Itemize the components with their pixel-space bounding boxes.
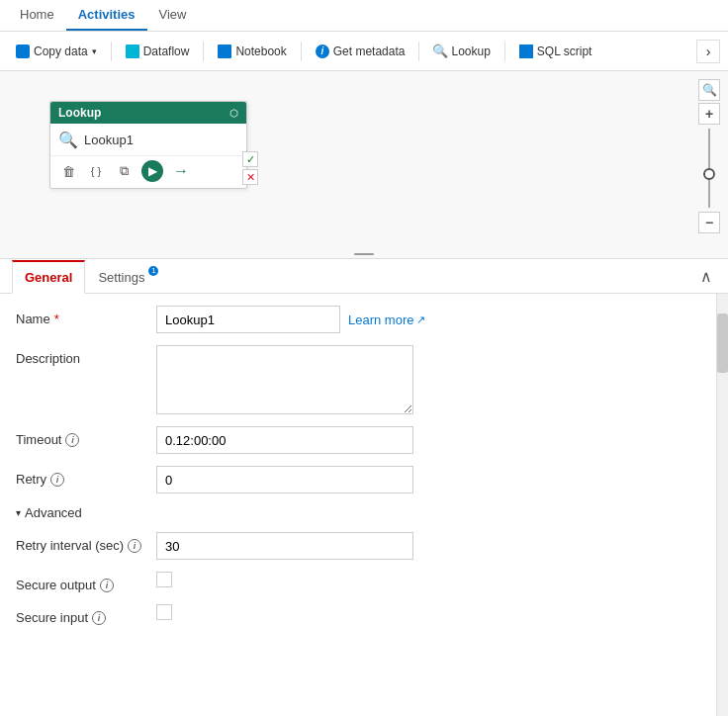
lookup-node-body: 🔍 Lookup1 <box>50 124 246 155</box>
toolbar-divider-3 <box>301 42 302 61</box>
canvas-search-button[interactable]: 🔍 <box>698 79 720 101</box>
timeout-label: Timeout i <box>16 426 144 447</box>
tab-activities[interactable]: Activities <box>66 0 147 31</box>
zoom-in-button[interactable]: + <box>698 103 720 125</box>
panel-body: Name * Learn more ↗ Description <box>0 294 728 716</box>
error-status-icon: ✕ <box>242 169 258 185</box>
retry-input[interactable] <box>156 466 413 493</box>
secure-output-form-row: Secure output i <box>16 572 700 592</box>
notebook-icon <box>218 45 231 58</box>
tab-home[interactable]: Home <box>8 0 66 31</box>
copy-action-icon[interactable]: ⧉ <box>114 161 134 181</box>
retry-interval-info-icon[interactable]: i <box>128 539 141 553</box>
lookup-node[interactable]: Lookup ⬡ 🔍 Lookup1 🗑 { } ⧉ ▶ → ✓ ✕ <box>49 101 247 189</box>
secure-input-info-icon[interactable]: i <box>92 611 106 625</box>
notebook-button[interactable]: Notebook <box>210 41 294 62</box>
name-input[interactable] <box>156 306 340 333</box>
get-metadata-icon: i <box>316 45 329 58</box>
secure-input-checkbox[interactable] <box>156 604 172 620</box>
copy-data-icon <box>16 45 30 58</box>
node-resize-icon: ⬡ <box>229 108 238 119</box>
retry-form-row: Retry i <box>16 466 700 493</box>
lookup-node-actions: 🗑 { } ⧉ ▶ → <box>50 155 246 188</box>
dataflow-button[interactable]: Dataflow <box>118 41 198 62</box>
lookup-node-label: Lookup1 <box>84 133 134 147</box>
params-action-icon[interactable]: { } <box>86 161 106 181</box>
external-link-icon: ↗ <box>416 313 425 326</box>
timeout-form-row: Timeout i <box>16 426 700 454</box>
pipeline-canvas: Lookup ⬡ 🔍 Lookup1 🗑 { } ⧉ ▶ → ✓ ✕ 🔍 + − <box>0 71 728 259</box>
tab-general[interactable]: General <box>12 260 85 294</box>
retry-info-icon[interactable]: i <box>50 473 64 487</box>
toolbar-divider-5 <box>504 42 505 61</box>
name-form-row: Name * Learn more ↗ <box>16 306 700 333</box>
panel-scrollbar[interactable] <box>716 294 728 716</box>
zoom-slider-thumb[interactable] <box>703 168 715 180</box>
description-label: Description <box>16 345 144 366</box>
general-tab-content: Name * Learn more ↗ Description <box>0 294 716 716</box>
tab-settings[interactable]: Settings 1 <box>85 261 157 294</box>
retry-interval-form-row: Retry interval (sec) i <box>16 532 700 560</box>
collapse-line <box>354 253 374 255</box>
dataflow-icon <box>126 45 139 58</box>
name-label: Name * <box>16 306 144 326</box>
toolbar-more-button[interactable]: › <box>696 40 720 63</box>
zoom-slider-track <box>708 129 710 208</box>
retry-interval-input[interactable] <box>156 532 413 560</box>
retry-label: Retry i <box>16 466 144 487</box>
activity-toolbar: Copy data ▾ Dataflow Notebook i Get meta… <box>0 32 728 71</box>
description-input[interactable] <box>156 345 413 414</box>
secure-output-checkbox[interactable] <box>156 572 172 587</box>
copy-data-dropdown-icon: ▾ <box>92 46 97 56</box>
name-required-star: * <box>54 312 59 326</box>
lookup-toolbar-button[interactable]: 🔍 Lookup <box>425 41 498 62</box>
learn-more-link[interactable]: Learn more ↗ <box>348 313 425 327</box>
lookup-node-header: Lookup ⬡ <box>50 102 246 124</box>
connect-action-icon[interactable]: → <box>171 161 191 181</box>
get-metadata-button[interactable]: i Get metadata <box>308 41 413 62</box>
secure-output-label: Secure output i <box>16 572 144 592</box>
node-status-indicators: ✓ ✕ <box>242 151 258 185</box>
lookup-body-icon: 🔍 <box>58 130 78 149</box>
properties-panel: General Settings 1 ∧ Name * Learn more ↗ <box>0 259 728 716</box>
description-form-row: Description <box>16 345 700 414</box>
secure-input-form-row: Secure input i <box>16 604 700 625</box>
panel-collapse-button[interactable]: ∧ <box>696 263 716 290</box>
secure-output-info-icon[interactable]: i <box>100 579 114 592</box>
settings-tab-badge: 1 <box>148 266 158 276</box>
retry-interval-label: Retry interval (sec) i <box>16 532 144 553</box>
zoom-out-button[interactable]: − <box>698 212 720 233</box>
run-action-button[interactable]: ▶ <box>141 160 163 182</box>
sql-script-icon <box>519 45 533 58</box>
success-status-icon: ✓ <box>242 151 258 167</box>
timeout-info-icon[interactable]: i <box>65 433 79 447</box>
sql-script-button[interactable]: SQL script <box>511 41 600 62</box>
lookup-toolbar-icon: 🔍 <box>433 45 447 58</box>
secure-input-label: Secure input i <box>16 604 144 625</box>
tab-view[interactable]: View <box>147 0 199 31</box>
panel-tabs-bar: General Settings 1 ∧ <box>0 259 728 294</box>
toolbar-divider-1 <box>111 42 112 61</box>
advanced-chevron-icon: ▾ <box>16 507 21 518</box>
delete-action-icon[interactable]: 🗑 <box>58 161 78 181</box>
advanced-toggle[interactable]: ▾ Advanced <box>16 505 700 520</box>
name-input-row: Learn more ↗ <box>156 306 425 333</box>
copy-data-button[interactable]: Copy data ▾ <box>8 41 105 62</box>
panel-scrollbar-thumb[interactable] <box>717 313 728 373</box>
panel-collapse-handle[interactable] <box>349 250 379 258</box>
toolbar-divider-4 <box>418 42 419 61</box>
timeout-input[interactable] <box>156 426 413 454</box>
toolbar-divider-2 <box>203 42 204 61</box>
zoom-controls: 🔍 + − <box>698 79 720 233</box>
top-navigation: Home Activities View <box>0 0 728 32</box>
